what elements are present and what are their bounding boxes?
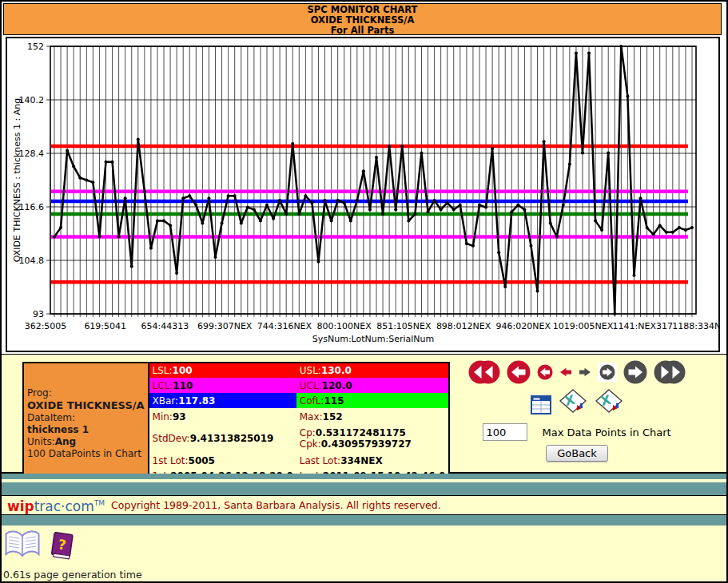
table-icon xyxy=(531,395,551,415)
back-circle-small-icon xyxy=(537,364,553,380)
max-data-points-label: Max Data Points in Chart xyxy=(543,426,671,438)
stddev-label: StdDev: xyxy=(153,433,190,444)
lcl-label: LCL: xyxy=(153,380,173,391)
svg-text:104.8: 104.8 xyxy=(19,256,45,266)
svg-text:152: 152 xyxy=(27,42,44,52)
logo-wip: wip xyxy=(7,498,34,514)
svg-text:140.2: 140.2 xyxy=(19,95,45,105)
chart-canvas: 152140.2128.4116.6104.893362:5005619:504… xyxy=(7,38,718,351)
svg-text:128.4: 128.4 xyxy=(19,149,45,159)
last-page-button[interactable] xyxy=(654,360,686,384)
forward-many-button[interactable] xyxy=(623,360,647,384)
svg-text:116.6: 116.6 xyxy=(19,202,45,212)
back-arrow-icon xyxy=(559,367,572,377)
back-one-button[interactable] xyxy=(559,367,572,377)
lsl-value: 100 xyxy=(173,365,193,376)
last-lot-label: Last Lot: xyxy=(300,455,340,466)
cp-value: 0.531172481175 xyxy=(316,427,406,438)
spc-control-chart: 152140.2128.4116.6104.893362:5005619:504… xyxy=(6,37,720,352)
forward-circle-large-icon xyxy=(623,360,647,384)
forward-circle-small-icon xyxy=(599,364,615,380)
svg-text:619:5041: 619:5041 xyxy=(84,321,126,331)
prog-label: Prog: xyxy=(27,387,52,399)
svg-text:898:012NEX: 898:012NEX xyxy=(436,321,491,331)
svg-text:93: 93 xyxy=(33,309,44,319)
svg-text:800:100NEX: 800:100NEX xyxy=(316,321,372,331)
teal-band-bottom xyxy=(2,515,726,525)
forward-few-button[interactable] xyxy=(598,363,617,382)
dataitem-value: thickness 1 xyxy=(27,424,89,435)
cofl-value: 115 xyxy=(324,395,344,407)
fast-rewind-icon xyxy=(468,360,500,384)
back-many-button[interactable] xyxy=(507,360,531,384)
min-value: 93 xyxy=(173,411,186,422)
last-lot-value: 334NEX xyxy=(340,455,383,466)
svg-text:946:020NEX: 946:020NEX xyxy=(496,321,551,331)
max-points-row: Max Data Points in Chart xyxy=(433,423,721,441)
dataitem-label: DataItem: xyxy=(27,412,75,423)
manual-book-button[interactable] xyxy=(4,529,41,564)
help-book-icon: ? xyxy=(50,532,74,561)
data-table-button[interactable] xyxy=(531,395,551,418)
export-icon-row: X X xyxy=(433,388,721,418)
usl-label: USL: xyxy=(300,365,321,376)
svg-text:1188:334NEX: 1188:334NEX xyxy=(672,321,718,331)
back-few-button[interactable] xyxy=(537,364,553,380)
chart-navigation-controls: X X Max Data Points in Chart GoBack xyxy=(433,358,721,462)
page-header: SPC MONITOR CHART OXIDE THICKNESS/A For … xyxy=(3,3,722,35)
excel-export-icon: X xyxy=(595,388,623,415)
max-label: Max: xyxy=(300,411,323,422)
first-lot-label: 1st Lot: xyxy=(153,455,189,466)
datapoints-note: 100 DataPoints in Chart xyxy=(27,448,141,459)
open-book-icon xyxy=(4,529,41,561)
svg-text:SysNum:LotNum:SerialNum: SysNum:LotNum:SerialNum xyxy=(312,334,435,344)
forward-one-button[interactable] xyxy=(579,367,591,377)
xbar-label: XBar: xyxy=(153,395,179,407)
stats-section: Prog: OXIDE THICKNESS/A DataItem: thickn… xyxy=(2,354,726,474)
units-label: Units: xyxy=(27,436,55,447)
goback-button[interactable]: GoBack xyxy=(546,445,608,462)
lcl-value: 110 xyxy=(173,380,193,391)
cofl-label: CofL: xyxy=(300,395,324,407)
svg-text:851:105NEX: 851:105NEX xyxy=(376,321,432,331)
back-circle-large-icon xyxy=(507,360,531,384)
units-value: Ang xyxy=(55,436,76,447)
help-book-button[interactable]: ? xyxy=(50,532,74,564)
svg-text:654:44313: 654:44313 xyxy=(141,321,189,331)
excel-export-icon: X xyxy=(559,388,587,415)
spc-monitor-page: SPC MONITOR CHART OXIDE THICKNESS/A For … xyxy=(0,0,728,583)
min-label: Min: xyxy=(153,411,173,422)
generation-time-text: 0.61s page generation time xyxy=(3,569,142,581)
bottom-bar: ? 0.61s page generation time xyxy=(2,525,726,581)
first-page-button[interactable] xyxy=(468,360,500,384)
svg-text:1019:005NEX: 1019:005NEX xyxy=(553,321,614,331)
copyright-text: Copyright 1989-2011, Santa Barbara Analy… xyxy=(111,499,441,511)
header-title-line3: For All Parts xyxy=(4,26,721,36)
teal-band-middle xyxy=(2,482,726,495)
nav-arrow-row xyxy=(433,358,721,387)
export-excel-button-1[interactable]: X xyxy=(559,388,587,418)
max-value: 152 xyxy=(323,411,343,422)
logo-trac: trac·com xyxy=(34,498,94,514)
lsl-label: LSL: xyxy=(153,365,173,376)
first-lot-value: 5005 xyxy=(189,455,215,466)
copyright-bar: wiptrac·comTM Copyright 1989-2011, Santa… xyxy=(2,495,726,515)
prog-value: OXIDE THICKNESS/A xyxy=(27,399,145,411)
export-excel-button-2[interactable]: X xyxy=(595,388,623,418)
svg-text:1141:NEX317: 1141:NEX317 xyxy=(613,321,673,331)
fast-forward-icon xyxy=(654,360,686,384)
stats-table: Prog: OXIDE THICKNESS/A DataItem: thickn… xyxy=(22,362,450,485)
svg-text:362:5005: 362:5005 xyxy=(25,321,67,331)
max-data-points-input[interactable] xyxy=(483,423,527,441)
wiptrac-logo: wiptrac·comTM xyxy=(7,497,105,514)
stddev-value: 9.41313825019 xyxy=(190,433,274,444)
xbar-value: 117.83 xyxy=(178,395,215,407)
svg-text:OXIDE THICKNESS : thickness 1: OXIDE THICKNESS : thickness 1 : Ang xyxy=(12,98,22,262)
cpk-value: 0.430957939727 xyxy=(321,438,412,450)
svg-text:699:307NEX: 699:307NEX xyxy=(197,321,253,331)
logo-tm: TM xyxy=(94,499,105,507)
svg-text:744:316NEX: 744:316NEX xyxy=(257,321,312,331)
cpk-label: Cpk: xyxy=(300,438,321,450)
ucl-label: UCL: xyxy=(300,380,322,391)
usl-value: 130.0 xyxy=(321,365,352,376)
